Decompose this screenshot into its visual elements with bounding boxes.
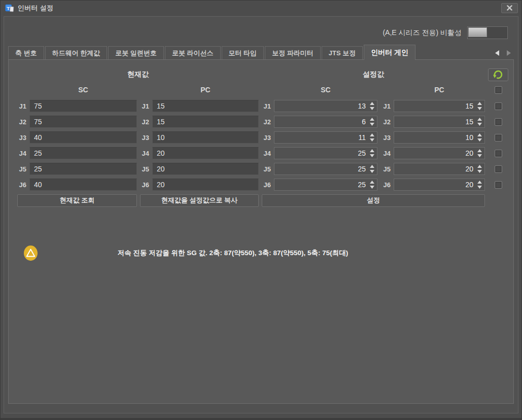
set-pc-spinbox-j2[interactable]: 15 — [394, 116, 485, 128]
chevron-down-icon[interactable] — [477, 170, 482, 173]
chevron-down-icon[interactable] — [477, 138, 482, 142]
chevron-up-icon[interactable] — [477, 102, 482, 105]
set-sc-spinbox-j1[interactable]: 13 — [274, 100, 377, 112]
chevron-right-icon[interactable] — [507, 50, 511, 56]
chevron-down-icon[interactable] — [370, 170, 374, 173]
current-sc-value-j2[interactable] — [29, 116, 137, 128]
set-pc-spinbox-j5[interactable]: 20 — [394, 163, 485, 175]
set-sc-value: 25 — [277, 165, 369, 173]
chevron-down-icon[interactable] — [477, 123, 482, 126]
chevron-up-icon[interactable] — [370, 102, 374, 105]
chevron-up-icon[interactable] — [477, 181, 482, 184]
row-checkbox-j2[interactable] — [495, 118, 502, 126]
series-toggle-label: (A,E 시리즈 전용) 비활성 — [382, 28, 462, 38]
set-pc-value: 20 — [397, 149, 477, 157]
series-disable-toggle[interactable] — [467, 26, 508, 39]
current-pc-value-j4[interactable] — [152, 147, 259, 159]
tab-motor-type[interactable]: 모터 타입 — [222, 46, 264, 60]
tab-robot-serial[interactable]: 로봇 일련번호 — [108, 46, 164, 60]
current-sc-value-j1[interactable] — [29, 100, 137, 112]
chevron-up-icon[interactable] — [370, 165, 374, 168]
joint-label: J3 — [140, 134, 149, 142]
current-pc-value-j1[interactable] — [152, 100, 259, 112]
close-button[interactable] — [501, 3, 518, 13]
set-pc-spinbox-j3[interactable]: 10 — [394, 131, 485, 144]
current-sc-value-j5[interactable] — [29, 163, 137, 175]
joint-label: J2 — [140, 118, 149, 126]
chevron-down-icon[interactable] — [370, 138, 374, 142]
window-title: 인버터 설정 — [18, 4, 53, 13]
action-button-row: 현재값 조회 현재값을 설정값으로 복사 설정 — [17, 194, 506, 207]
row-checkbox-j6[interactable] — [495, 181, 502, 189]
joint-label: J3 — [262, 134, 271, 142]
row-checkbox-j5[interactable] — [495, 165, 502, 173]
set-sc-spinbox-j6[interactable]: 25 — [274, 179, 377, 191]
set-sc-value: 13 — [277, 102, 369, 110]
joint-label: J4 — [380, 150, 391, 157]
chevron-up-icon[interactable] — [477, 165, 482, 168]
chevron-left-icon[interactable] — [495, 50, 499, 56]
current-sc-value-j6[interactable] — [29, 179, 137, 191]
chevron-down-icon[interactable] — [477, 154, 482, 157]
joint-label: J1 — [380, 102, 391, 110]
joint-label: J5 — [17, 165, 26, 173]
tab-strip: 축 번호 하드웨어 한계값 로봇 일련번호 로봇 라이선스 모터 타입 보정 파… — [8, 45, 514, 60]
chevron-down-icon[interactable] — [370, 107, 374, 110]
joint-label: J1 — [262, 102, 271, 110]
current-sc-value-j3[interactable] — [29, 131, 137, 144]
chevron-up-icon[interactable] — [370, 133, 374, 136]
current-values-title: 현재값 — [17, 70, 259, 79]
chevron-up-icon[interactable] — [477, 118, 482, 121]
tab-jts-calibration[interactable]: JTS 보정 — [322, 46, 363, 60]
chevron-up-icon[interactable] — [370, 181, 374, 184]
set-pc-spinbox-j4[interactable]: 20 — [394, 147, 485, 159]
row-checkbox-j3[interactable] — [495, 134, 502, 142]
gain-row-j3: J3 J3 J3 11 J3 10 — [17, 131, 506, 144]
chevron-up-icon[interactable] — [477, 133, 482, 136]
chevron-up-icon[interactable] — [370, 149, 374, 152]
chevron-down-icon[interactable] — [477, 107, 482, 110]
section-header-row: 현재값 설정값 — [17, 68, 506, 81]
current-pc-value-j6[interactable] — [152, 179, 259, 191]
tab-robot-license[interactable]: 로봇 라이선스 — [165, 46, 221, 60]
tab-axis-number[interactable]: 축 번호 — [8, 46, 44, 60]
current-pc-value-j2[interactable] — [152, 116, 259, 128]
set-sc-spinbox-j3[interactable]: 11 — [274, 131, 377, 144]
joint-label: J2 — [17, 118, 26, 126]
current-pc-value-j5[interactable] — [152, 163, 259, 175]
query-current-button[interactable]: 현재값 조회 — [17, 194, 137, 207]
tab-nav — [495, 50, 514, 60]
chevron-up-icon[interactable] — [477, 149, 482, 152]
current-pc-value-j3[interactable] — [152, 131, 259, 144]
tab-calibration-params[interactable]: 보정 파라미터 — [265, 46, 321, 60]
joint-label: J1 — [17, 102, 26, 110]
set-sc-spinbox-j5[interactable]: 25 — [274, 163, 377, 175]
row-checkbox-j1[interactable] — [495, 102, 502, 110]
set-sc-spinbox-j2[interactable]: 6 — [274, 116, 377, 128]
warning-triangle-icon — [24, 246, 38, 261]
set-sc-spinbox-j4[interactable]: 25 — [274, 147, 377, 159]
copy-current-to-set-button[interactable]: 현재값을 설정값으로 복사 — [140, 194, 259, 207]
row-checkbox-j4[interactable] — [495, 150, 502, 157]
set-pc-spinbox-j1[interactable]: 15 — [394, 100, 485, 112]
refresh-icon — [493, 69, 504, 80]
set-pc-value: 20 — [397, 165, 477, 173]
chevron-down-icon[interactable] — [370, 186, 374, 189]
current-sc-value-j4[interactable] — [29, 147, 137, 159]
app-icon: T — [5, 4, 14, 12]
tab-hardware-limits[interactable]: 하드웨어 한계값 — [45, 46, 108, 60]
chevron-down-icon[interactable] — [477, 186, 482, 189]
chevron-down-icon[interactable] — [370, 154, 374, 157]
tab-inverter-gain[interactable]: 인버터 게인 — [364, 45, 415, 60]
joint-label: J5 — [380, 165, 391, 173]
set-pc-header: PC — [394, 86, 485, 94]
toggle-knob — [468, 27, 487, 37]
select-all-checkbox[interactable] — [495, 86, 502, 94]
apply-button[interactable]: 설정 — [262, 194, 485, 207]
chevron-down-icon[interactable] — [370, 123, 374, 126]
joint-label: J4 — [17, 150, 26, 157]
set-pc-spinbox-j6[interactable]: 20 — [394, 179, 485, 191]
refresh-button[interactable] — [488, 68, 508, 81]
set-pc-value: 20 — [397, 181, 477, 189]
chevron-up-icon[interactable] — [370, 118, 374, 121]
